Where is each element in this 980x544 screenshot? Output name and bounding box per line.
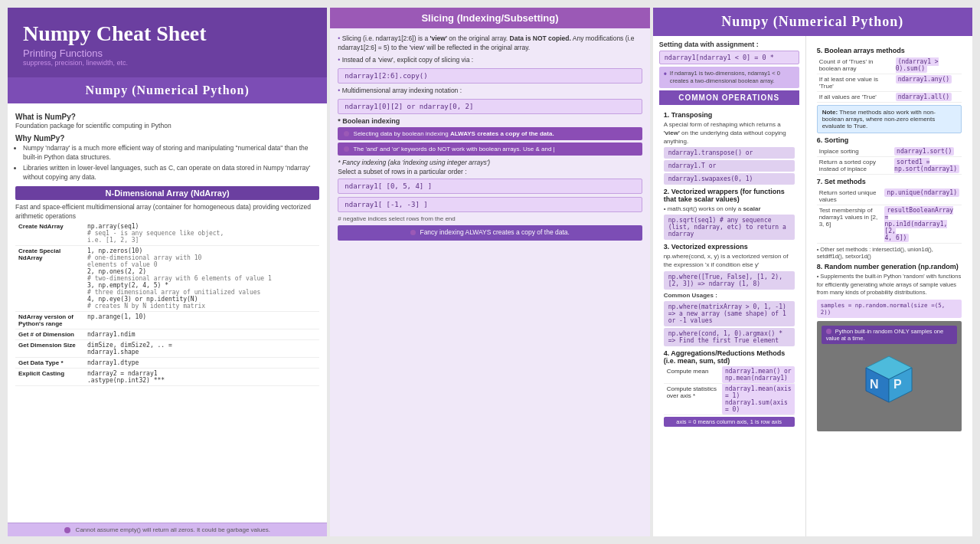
op-1-title: 1. Transposing: [664, 111, 795, 119]
numpy-logo-svg: N P: [851, 349, 927, 425]
why-numpy-list: Numpy 'ndarray' is a much more efficient…: [23, 144, 319, 182]
op-1-code-1: ndarray1.transpose() or: [664, 147, 795, 159]
row-label: Get # of Dimension: [15, 329, 84, 340]
row-code: dimSize, dimSize2, .. =ndarray1.shape: [84, 340, 319, 358]
row-code: resultBooleanArray =np.in1d(ndarray1, [2…: [884, 206, 953, 242]
fancy-text: Select a subset of rows in a particular …: [338, 168, 642, 175]
right-content: Setting data with assignment : ndarray1[…: [653, 36, 972, 536]
rand-code: samples = np.random.normal(size =(5, 2)): [817, 300, 962, 318]
row-code: np.arange(1, 10): [84, 312, 319, 329]
table-row: Compute mean ndarray1.mean() ornp.mean(n…: [664, 366, 795, 384]
svg-text:N: N: [870, 378, 879, 391]
middle-panel: Slicing (Indexing/Subsetting) Slicing (i…: [330, 8, 649, 536]
setting-note: • If ndarray1 is two-dimensions, ndarray…: [659, 67, 799, 88]
bool-note-1: Selecting data by boolean indexing ALWAY…: [338, 127, 642, 140]
row-label: Test membership of ndarray1 values in [2…: [817, 205, 883, 244]
footer-text: Cannot assume empty() will return all ze…: [76, 526, 270, 533]
table-row: Create NdArray np.array(seq1)# seq1 - is…: [15, 221, 319, 246]
row-label: If at least one value is 'True': [817, 74, 893, 92]
rand-section-header: 8. Random number generation (np.random): [817, 263, 962, 270]
table-row: Create Special NdArray 1, np.zeros(10) #…: [15, 246, 319, 312]
left-footer: Cannot assume empty() will return all ze…: [8, 523, 327, 536]
boolean-header: * Boolean indexing: [338, 117, 642, 125]
fancy-header: * Fancy indexing (aka 'indexing using in…: [338, 159, 642, 166]
row-code: (ndarray1 > 0).sum(): [896, 57, 939, 73]
table-row: NdArray version of Python's range np.ara…: [15, 312, 319, 329]
code-comment: # negative indices select rows from the …: [338, 215, 642, 222]
row-code: ndarray1.sort(): [894, 147, 954, 156]
op-3-code-2: np.where(matrixArray > 0, 1, -1)=> a new…: [664, 301, 795, 326]
footer-dot: [64, 527, 70, 533]
op-1-code-3: ndarray1.swapaxes(0, 1): [664, 173, 795, 185]
row-label: NdArray version of Python's range: [15, 312, 84, 329]
common-ops-header: Common Operations: [659, 90, 799, 105]
why-numpy-item-2: Libraries written in lower-level languag…: [23, 164, 319, 182]
right-header: Numpy (Numerical Python): [653, 8, 972, 36]
code-fancy-1: ndarray1[ [0, 5, 4] ]: [338, 179, 642, 194]
table-row: Return a sorted copy instead of inplace …: [817, 157, 962, 175]
left-content: What is NumPy? Foundation package for sc…: [8, 103, 327, 523]
row-label: Create Special NdArray: [15, 246, 84, 312]
row-label: Return a sorted copy instead of inplace: [817, 157, 892, 175]
op-3-subtitle: Common Usages :: [664, 291, 795, 300]
set-table: Return sorted unique values np.unique(nd…: [817, 188, 962, 244]
bool-note-2: The 'and' and 'or' keywords do NOT work …: [338, 143, 642, 156]
axis-note: axis = 0 means column axis, 1 is row axi…: [664, 417, 795, 427]
op-2-bullet: • math.sqrt() works on only a scalar: [664, 205, 795, 213]
bool-note: Note: These methods also work with non-b…: [817, 105, 962, 133]
main-title: Numpy Cheat Sheet: [23, 21, 312, 46]
setting-code: ndarray1[ndarray1 < 0] = 0 *: [659, 51, 799, 64]
row-code: ndarray1.ndim: [84, 329, 319, 340]
bool-table: Count # of 'Trues' in boolean array (nda…: [817, 57, 962, 103]
row-label: Create NdArray: [15, 221, 84, 246]
row-label: Get Data Type *: [15, 358, 84, 369]
row-code: sorted1 =np.sort(ndarray1): [894, 158, 959, 173]
row-label: Get Dimension Size: [15, 340, 84, 358]
table-row: Return sorted unique values np.unique(nd…: [817, 188, 962, 205]
op-3-code-3: np.where(cond, 1, 0).argmax() *=> Find t…: [664, 328, 795, 346]
row-code: 1, np.zeros(10) # one-dimensional array …: [84, 246, 319, 312]
why-numpy-title: Why NumPy?: [15, 134, 319, 143]
op-1-desc: A special form of reshaping which return…: [664, 120, 795, 146]
set-section-header: 7. Set methods: [817, 178, 962, 185]
op-4-title: 4. Aggregations/Reductions Methods (i.e.…: [664, 349, 795, 365]
row-code: np.array(seq1)# seq1 - is any sequence l…: [84, 221, 319, 246]
slice-bullet-1: Slicing (i.e. ndarray1[2:6]) is a 'view'…: [338, 34, 642, 53]
table-row: Test membership of ndarray1 values in [2…: [817, 205, 962, 244]
op-3-title: 3. Vectorized expressions: [664, 243, 795, 251]
row-label: Return sorted unique values: [817, 188, 883, 205]
row-label: Explicit Casting: [15, 369, 84, 386]
what-is-numpy-title: What is NumPy?: [15, 113, 319, 121]
row-code: np.unique(ndarray1): [884, 188, 959, 197]
right-col-left: Setting data with assignment : ndarray1[…: [653, 36, 806, 536]
set-other: • Other set methods : intersect1d(), uni…: [817, 246, 962, 260]
table-row: Explicit Casting ndarray2 = ndarray1.ast…: [15, 369, 319, 386]
code-multidim: ndarray1[0][2] or ndarray[0, 2]: [338, 99, 642, 114]
fancy-footer: Fancy indexing ALWAYS creates a copy of …: [338, 225, 642, 241]
table-row: Get Data Type * ndarray1.dtype: [15, 358, 319, 369]
slicing-header: Slicing (Indexing/Subsetting): [330, 8, 649, 28]
rand-note: Python built-in random ONLY samples one …: [822, 326, 957, 344]
svg-text:P: P: [893, 378, 902, 391]
what-is-numpy-text: Foundation package for scientific comput…: [15, 122, 319, 131]
rand-desc: • Supplements the built-in Python 'rando…: [817, 273, 962, 297]
subtitle: Printing Functions: [23, 48, 312, 59]
ndarray-header: N-Dimensional Array (NdArray): [15, 186, 319, 200]
left-panel: Numpy Cheat Sheet Printing Functions sup…: [8, 8, 327, 536]
ndarray-table: Create NdArray np.array(seq1)# seq1 - is…: [15, 221, 319, 386]
agg-table: Compute mean ndarray1.mean() ornp.mean(n…: [664, 366, 795, 415]
table-row: If at least one value is 'True' ndarray1…: [817, 74, 962, 92]
right-panel: Numpy (Numerical Python) Setting data wi…: [653, 8, 972, 536]
left-numpy-subheader: Numpy (Numerical Python): [8, 77, 327, 103]
middle-content: Slicing (i.e. ndarray1[2:6]) is a 'view'…: [330, 28, 649, 536]
op-3-code-1: np.where([True, False], [1, 2),[2, 3]) =…: [664, 271, 795, 290]
left-header: Numpy Cheat Sheet Printing Functions sup…: [8, 8, 327, 77]
table-row: If all values are 'True' ndarray1.all(): [817, 92, 962, 103]
row-label: Compute mean: [664, 366, 722, 384]
row-label: Inplace sorting: [817, 146, 892, 157]
row-code: ndarray1.any(): [896, 75, 952, 84]
row-label: Compute statistics over axis *: [664, 383, 722, 415]
table-row: Get # of Dimension ndarray1.ndim: [15, 329, 319, 340]
numpy-logo-area: Python built-in random ONLY samples one …: [817, 321, 962, 431]
row-label: Count # of 'Trues' in boolean array: [817, 57, 893, 74]
